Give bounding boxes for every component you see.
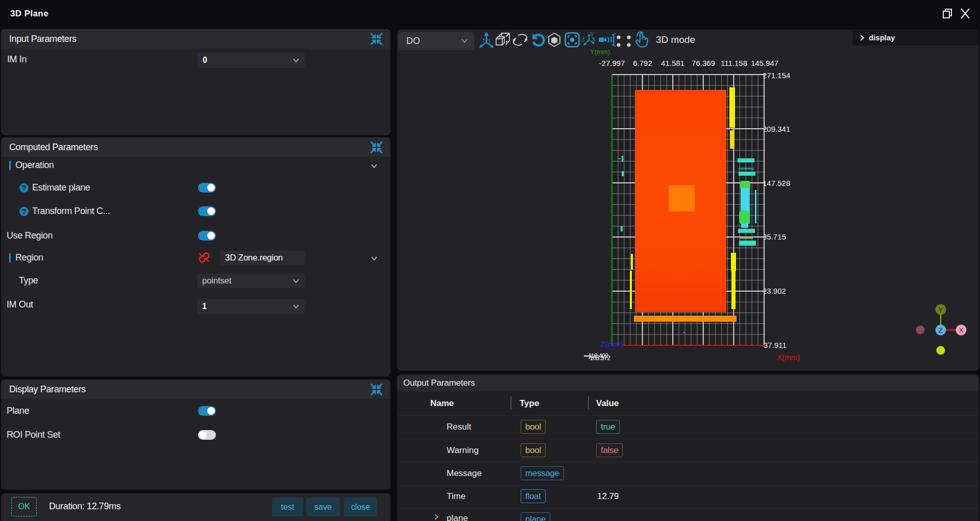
svg-text:Z: Z <box>581 36 585 42</box>
svg-text:Y: Y <box>939 306 943 314</box>
svg-text:X: X <box>959 326 964 334</box>
svg-text:X: X <box>592 36 596 42</box>
svg-text:Z: Z <box>939 326 943 334</box>
